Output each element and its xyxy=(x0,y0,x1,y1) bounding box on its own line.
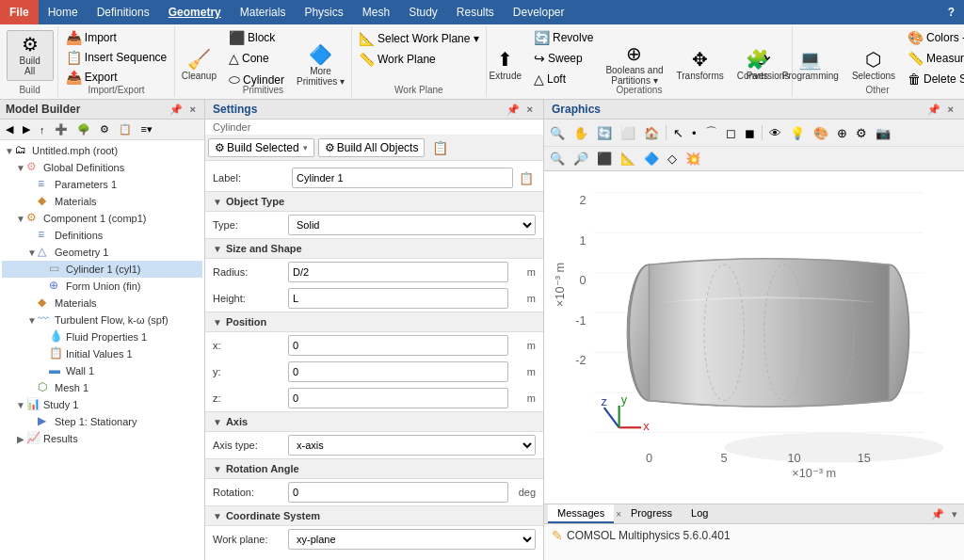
g-perspective-btn[interactable]: 📐 xyxy=(617,149,639,168)
tree-item-cyl1[interactable]: ▭ Cylinder 1 (cyl1) xyxy=(2,261,202,278)
g-select-btn[interactable]: ↖ xyxy=(669,123,687,143)
y-input[interactable] xyxy=(288,361,508,382)
g-home-btn[interactable]: 🏠 xyxy=(640,123,663,143)
tree-item-geom[interactable]: ▼ △ Geometry 1 xyxy=(2,244,202,261)
cone-button[interactable]: △ Cone xyxy=(224,49,289,68)
x-input[interactable] xyxy=(288,335,508,356)
tree-item-global-defs[interactable]: ▼ ⚙ Global Definitions xyxy=(2,159,202,176)
mb-add-button[interactable]: ➕ xyxy=(51,121,72,137)
mb-back-button[interactable]: ◀ xyxy=(2,121,17,137)
menu-geometry[interactable]: Geometry xyxy=(159,0,231,24)
g-zoom-out-btn[interactable]: 🔎 xyxy=(570,149,592,168)
g-settings-btn[interactable]: ⚙ xyxy=(852,123,871,143)
tree-item-wall[interactable]: ▬ Wall 1 xyxy=(2,362,202,379)
g-zoom-box-btn[interactable]: ⬜ xyxy=(617,123,639,143)
menu-results[interactable]: Results xyxy=(447,0,504,24)
menu-study[interactable]: Study xyxy=(399,0,447,24)
g-render-btn[interactable]: 🎨 xyxy=(810,123,832,143)
tree-item-study[interactable]: ▼ 📊 Study 1 xyxy=(2,396,202,413)
build-all-objects-button[interactable]: ⚙ Build All Objects xyxy=(318,138,426,157)
colors-button[interactable]: 🎨 Colors - xyxy=(903,28,964,47)
g-select-domain-btn[interactable]: ◼ xyxy=(741,123,759,143)
tree-expand-study[interactable]: ▼ xyxy=(15,400,26,410)
tree-item-step[interactable]: ▶ Step 1: Stationary xyxy=(2,413,202,430)
messages-collapse[interactable]: ▾ xyxy=(949,508,960,520)
menu-home[interactable]: Home xyxy=(39,0,88,24)
coord-section-header[interactable]: ▼ Coordinate System xyxy=(205,505,543,526)
g-pan-btn[interactable]: ✋ xyxy=(570,123,592,143)
booleans-button[interactable]: ⊕ Booleans andPartitions ▾ xyxy=(600,40,668,89)
measure-button[interactable]: 📏 Measure xyxy=(903,49,964,68)
g-light-btn[interactable]: 💡 xyxy=(786,123,809,143)
import-button[interactable]: 📥 Import xyxy=(61,28,171,47)
programming-button[interactable]: 💻 Programming xyxy=(777,41,844,88)
g-view-btn[interactable]: 👁 xyxy=(765,123,785,143)
block-button[interactable]: ⬛ Block xyxy=(224,28,289,47)
more-primitives-button[interactable]: 🔷 MorePrimitives ▾ xyxy=(291,41,350,90)
tree-item-turbulent[interactable]: ▼ 〰 Turbulent Flow, k-ω (spf) xyxy=(2,312,202,328)
extrude-button[interactable]: ⬆ Extrude xyxy=(484,41,527,88)
tree-item-comp1[interactable]: ▼ ⚙ Component 1 (comp1) xyxy=(2,210,202,227)
selections-button[interactable]: ⬡ Selections xyxy=(846,41,901,88)
mb-tree-btn3[interactable]: 📋 xyxy=(115,121,136,137)
graphics-viewport[interactable]: 2 1 0 -1 -2 ×10⁻³ m xyxy=(544,171,964,504)
size-shape-section-header[interactable]: ▼ Size and Shape xyxy=(205,238,543,259)
g-wireframe-btn[interactable]: 🔷 xyxy=(640,149,663,168)
position-section-header[interactable]: ▼ Position xyxy=(205,312,543,332)
tree-item-initial[interactable]: 📋 Initial Values 1 xyxy=(2,345,202,362)
menu-file[interactable]: File xyxy=(0,0,39,24)
tree-expand-geom[interactable]: ▼ xyxy=(26,248,38,258)
axis-section-header[interactable]: ▼ Axis xyxy=(205,411,543,432)
tree-expand-comp1[interactable]: ▼ xyxy=(15,214,26,224)
g-screenshot-btn[interactable]: 📷 xyxy=(872,123,894,143)
select-work-plane-button[interactable]: 📐 Select Work Plane ▾ xyxy=(354,29,484,48)
sweep-button[interactable]: ↪ Sweep xyxy=(529,49,598,68)
menu-developer[interactable]: Developer xyxy=(504,0,574,24)
menu-definitions[interactable]: Definitions xyxy=(88,0,159,24)
mb-forward-button[interactable]: ▶ xyxy=(19,121,34,137)
label-icon[interactable]: 📋 xyxy=(517,169,536,187)
g-zoom-in-btn[interactable]: 🔍 xyxy=(546,149,569,168)
work-plane-select[interactable]: xy-plane xz-plane yz-plane xyxy=(288,529,536,550)
menu-mesh[interactable]: Mesh xyxy=(353,0,399,24)
tree-expand-global[interactable]: ▼ xyxy=(15,163,26,173)
z-input[interactable] xyxy=(288,388,508,408)
tree-item-fluid-props[interactable]: 💧 Fluid Properties 1 xyxy=(2,328,202,345)
parts-button[interactable]: 🧩 Parts xyxy=(740,41,775,88)
g-axes-btn[interactable]: ⊕ xyxy=(833,123,851,143)
object-type-section-header[interactable]: ▼ Object Type xyxy=(205,191,543,212)
g-select-face-btn[interactable]: ◻ xyxy=(722,123,740,143)
height-input[interactable] xyxy=(288,288,508,309)
tree-item-materials-global[interactable]: ◆ Materials xyxy=(2,193,202,210)
tree-item-defs[interactable]: ≡ Definitions xyxy=(2,227,202,244)
build-all-button[interactable]: ⚙ BuildAll xyxy=(7,30,54,81)
rotation-input[interactable] xyxy=(288,482,508,503)
settings-info-btn[interactable]: 📋 xyxy=(428,138,452,157)
g-fit-btn[interactable]: ⬛ xyxy=(593,149,616,168)
tree-expand-turbulent[interactable]: ▼ xyxy=(26,315,38,326)
g-select-point-btn[interactable]: • xyxy=(688,123,700,143)
export-button[interactable]: 📤 Export xyxy=(61,68,171,87)
cleanup-button[interactable]: 🧹 Cleanup xyxy=(176,42,222,89)
work-plane-button[interactable]: 📏 Work Plane xyxy=(354,50,484,69)
tree-expand-results[interactable]: ▶ xyxy=(15,434,26,444)
messages-pin[interactable]: 📌 xyxy=(928,508,947,520)
insert-sequence-button[interactable]: 📋 Insert Sequence xyxy=(61,48,171,67)
menu-help[interactable]: ? xyxy=(939,2,964,23)
axis-type-select[interactable]: x-axis y-axis z-axis Cartesian Spherical xyxy=(288,435,536,456)
tree-item-root[interactable]: ▼ 🗂 Untitled.mph (root) xyxy=(2,142,202,159)
label-input[interactable] xyxy=(292,168,513,188)
tree-item-params[interactable]: ≡ Parameters 1 xyxy=(2,176,202,193)
tree-item-mesh[interactable]: ⬡ Mesh 1 xyxy=(2,379,202,396)
revolve-button[interactable]: 🔄 Revolve xyxy=(529,28,598,47)
rotation-section-header[interactable]: ▼ Rotation Angle xyxy=(205,458,543,479)
transforms-button[interactable]: ✥ Transforms xyxy=(671,41,730,88)
g-select-edge-btn[interactable]: ⌒ xyxy=(701,121,721,144)
mb-up-button[interactable]: ↑ xyxy=(36,122,49,137)
mb-more-button[interactable]: ≡▾ xyxy=(137,121,156,137)
tree-item-results[interactable]: ▶ 📈 Results xyxy=(2,430,202,447)
menu-physics[interactable]: Physics xyxy=(295,0,352,24)
progress-tab[interactable]: Progress xyxy=(621,504,682,523)
mb-tree-btn2[interactable]: ⚙ xyxy=(96,121,113,137)
tree-item-materials2[interactable]: ◆ Materials xyxy=(2,295,202,312)
